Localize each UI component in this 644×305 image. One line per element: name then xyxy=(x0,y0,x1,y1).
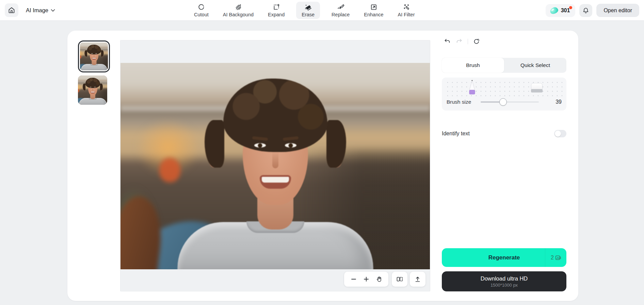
tool-label: Expand xyxy=(268,12,285,17)
tool-ai-filter[interactable]: AI Filter xyxy=(395,2,418,19)
tab-quick-select[interactable]: Quick Select xyxy=(504,58,566,73)
bell-icon xyxy=(582,7,589,14)
zoom-out-button[interactable] xyxy=(350,276,357,283)
hand-tool-button[interactable] xyxy=(376,276,383,283)
top-header: AI Image Cutout xyxy=(0,0,644,20)
tab-quick-select-label: Quick Select xyxy=(520,62,550,68)
slider-knob[interactable] xyxy=(499,98,507,106)
credits-count: 301 xyxy=(561,7,570,14)
toggle-knob xyxy=(555,131,561,137)
editor-canvas[interactable] xyxy=(120,40,430,291)
tool-label: AI Filter xyxy=(398,12,415,17)
cutout-icon xyxy=(197,3,205,11)
tab-brush-label: Brush xyxy=(466,62,480,68)
notification-dot xyxy=(569,6,572,9)
pen-illustration[interactable] xyxy=(467,80,477,95)
tool-expand[interactable]: Expand xyxy=(265,2,287,19)
tool-label: Replace xyxy=(332,12,350,17)
dot-grid xyxy=(445,80,563,97)
image-count-icon xyxy=(555,254,561,261)
brush-size-label: Brush size xyxy=(447,99,471,105)
identify-text-toggle[interactable] xyxy=(554,130,566,137)
thumbnail-selected[interactable] xyxy=(78,40,110,72)
bean-credit-icon xyxy=(549,6,559,15)
tool-replace[interactable]: Replace xyxy=(329,2,352,19)
tool-cutout[interactable]: Cutout xyxy=(191,2,211,19)
tool-label: Enhance xyxy=(364,12,383,17)
reset-button[interactable] xyxy=(473,38,480,45)
workspace-card: Brush Quick Select Brush size 39 xyxy=(67,31,578,301)
history-divider xyxy=(468,39,468,44)
tool-ai-background[interactable]: AI Backgound xyxy=(220,2,256,19)
compare-button[interactable] xyxy=(392,272,407,287)
history-controls xyxy=(444,38,480,45)
tool-label: Cutout xyxy=(194,12,209,17)
home-icon xyxy=(8,6,15,14)
eraser-illustration[interactable] xyxy=(531,83,543,92)
hand-icon xyxy=(376,276,383,283)
mode-tabs: Brush Quick Select xyxy=(442,58,566,73)
redo-button[interactable] xyxy=(456,38,463,45)
brush-size-value: 39 xyxy=(556,99,562,105)
credits-badge[interactable]: 301 xyxy=(546,4,576,17)
thumbnail-alt[interactable] xyxy=(78,75,107,105)
identify-text-row: Identify text xyxy=(442,129,566,138)
brush-size-row: Brush size 39 xyxy=(447,98,562,106)
regenerate-label: Regenerate xyxy=(488,254,520,261)
brush-settings-panel: Brush size 39 xyxy=(442,78,566,111)
expand-icon xyxy=(273,3,280,11)
open-editor-label: Open editor xyxy=(603,7,632,14)
identify-text-label: Identify text xyxy=(442,131,470,137)
tool-erase-selected[interactable]: Erase xyxy=(296,2,320,19)
replace-icon xyxy=(337,3,344,11)
erase-icon xyxy=(304,3,312,11)
compare-icon xyxy=(396,275,403,283)
download-size: 1500*1000 px xyxy=(490,283,518,288)
home-button[interactable] xyxy=(5,3,18,17)
edited-photo[interactable] xyxy=(120,63,430,269)
notifications-button[interactable] xyxy=(579,4,592,17)
regenerate-button[interactable]: Regenerate 2 xyxy=(442,248,566,267)
tool-label: AI Backgound xyxy=(223,12,254,17)
chevron-down-icon xyxy=(51,9,55,12)
undo-button[interactable] xyxy=(444,38,451,45)
download-label: Download ultra HD xyxy=(481,275,528,282)
ai-filter-icon xyxy=(403,3,410,11)
tool-label: Erase xyxy=(302,12,315,17)
download-ultra-hd-button[interactable]: Download ultra HD 1500*1000 px xyxy=(442,271,566,291)
ai-image-dropdown[interactable]: AI Image xyxy=(26,7,55,14)
enhance-icon xyxy=(370,3,377,11)
zoom-toolbar xyxy=(344,272,388,287)
tool-enhance[interactable]: Enhance xyxy=(361,2,386,19)
ai-background-icon xyxy=(235,3,242,11)
zoom-in-button[interactable] xyxy=(363,276,370,283)
tab-brush[interactable]: Brush xyxy=(442,58,504,73)
regenerate-count: 2 xyxy=(551,255,554,261)
upload-icon xyxy=(414,275,421,283)
tool-bar: Cutout AI Backgound xyxy=(191,0,418,20)
brush-size-slider[interactable] xyxy=(481,101,539,103)
open-editor-button[interactable]: Open editor xyxy=(596,4,639,17)
ai-image-label: AI Image xyxy=(26,7,48,14)
upload-button[interactable] xyxy=(410,272,425,287)
regenerate-divider xyxy=(545,248,545,267)
